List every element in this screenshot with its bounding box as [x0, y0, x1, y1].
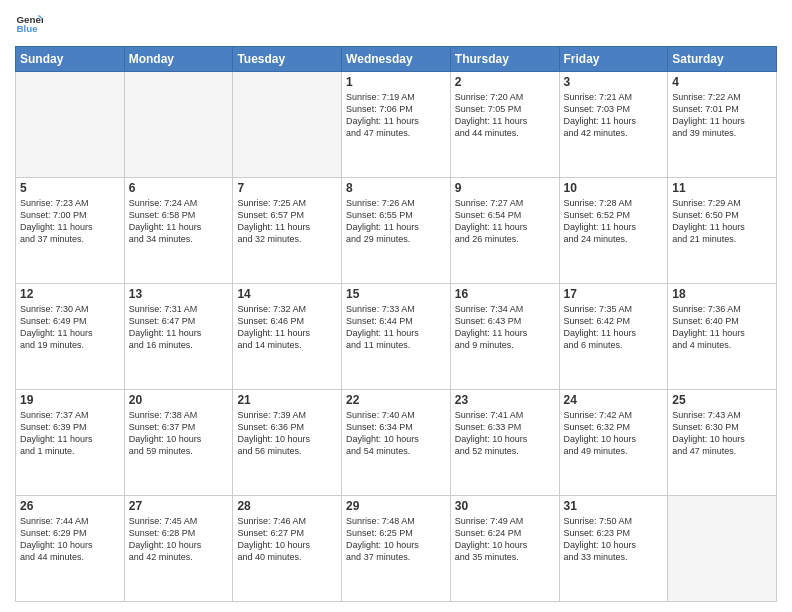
page: General Blue SundayMondayTuesdayWednesda…: [0, 0, 792, 612]
day-number: 10: [564, 181, 664, 195]
day-number: 21: [237, 393, 337, 407]
calendar-cell: 8Sunrise: 7:26 AM Sunset: 6:55 PM Daylig…: [342, 178, 451, 284]
cell-info: Sunrise: 7:26 AM Sunset: 6:55 PM Dayligh…: [346, 197, 446, 246]
cell-info: Sunrise: 7:24 AM Sunset: 6:58 PM Dayligh…: [129, 197, 229, 246]
calendar-cell: [124, 72, 233, 178]
calendar-cell: 14Sunrise: 7:32 AM Sunset: 6:46 PM Dayli…: [233, 284, 342, 390]
cell-info: Sunrise: 7:19 AM Sunset: 7:06 PM Dayligh…: [346, 91, 446, 140]
cell-info: Sunrise: 7:41 AM Sunset: 6:33 PM Dayligh…: [455, 409, 555, 458]
weekday-header: Friday: [559, 47, 668, 72]
day-number: 1: [346, 75, 446, 89]
calendar-cell: 1Sunrise: 7:19 AM Sunset: 7:06 PM Daylig…: [342, 72, 451, 178]
cell-info: Sunrise: 7:46 AM Sunset: 6:27 PM Dayligh…: [237, 515, 337, 564]
calendar-cell: [668, 496, 777, 602]
weekday-header: Monday: [124, 47, 233, 72]
calendar-cell: 4Sunrise: 7:22 AM Sunset: 7:01 PM Daylig…: [668, 72, 777, 178]
cell-info: Sunrise: 7:30 AM Sunset: 6:49 PM Dayligh…: [20, 303, 120, 352]
weekday-header: Sunday: [16, 47, 125, 72]
day-number: 17: [564, 287, 664, 301]
day-number: 6: [129, 181, 229, 195]
day-number: 14: [237, 287, 337, 301]
weekday-header: Tuesday: [233, 47, 342, 72]
day-number: 5: [20, 181, 120, 195]
day-number: 22: [346, 393, 446, 407]
calendar-cell: 15Sunrise: 7:33 AM Sunset: 6:44 PM Dayli…: [342, 284, 451, 390]
logo-icon: General Blue: [15, 10, 43, 38]
svg-text:Blue: Blue: [16, 23, 38, 34]
calendar-cell: 23Sunrise: 7:41 AM Sunset: 6:33 PM Dayli…: [450, 390, 559, 496]
day-number: 27: [129, 499, 229, 513]
cell-info: Sunrise: 7:43 AM Sunset: 6:30 PM Dayligh…: [672, 409, 772, 458]
day-number: 7: [237, 181, 337, 195]
cell-info: Sunrise: 7:50 AM Sunset: 6:23 PM Dayligh…: [564, 515, 664, 564]
calendar-cell: 26Sunrise: 7:44 AM Sunset: 6:29 PM Dayli…: [16, 496, 125, 602]
calendar-cell: 25Sunrise: 7:43 AM Sunset: 6:30 PM Dayli…: [668, 390, 777, 496]
cell-info: Sunrise: 7:20 AM Sunset: 7:05 PM Dayligh…: [455, 91, 555, 140]
calendar-week-row: 19Sunrise: 7:37 AM Sunset: 6:39 PM Dayli…: [16, 390, 777, 496]
calendar-cell: 7Sunrise: 7:25 AM Sunset: 6:57 PM Daylig…: [233, 178, 342, 284]
calendar-cell: [16, 72, 125, 178]
cell-info: Sunrise: 7:48 AM Sunset: 6:25 PM Dayligh…: [346, 515, 446, 564]
calendar-cell: 10Sunrise: 7:28 AM Sunset: 6:52 PM Dayli…: [559, 178, 668, 284]
calendar-week-row: 12Sunrise: 7:30 AM Sunset: 6:49 PM Dayli…: [16, 284, 777, 390]
cell-info: Sunrise: 7:34 AM Sunset: 6:43 PM Dayligh…: [455, 303, 555, 352]
cell-info: Sunrise: 7:29 AM Sunset: 6:50 PM Dayligh…: [672, 197, 772, 246]
cell-info: Sunrise: 7:45 AM Sunset: 6:28 PM Dayligh…: [129, 515, 229, 564]
cell-info: Sunrise: 7:37 AM Sunset: 6:39 PM Dayligh…: [20, 409, 120, 458]
calendar-cell: 5Sunrise: 7:23 AM Sunset: 7:00 PM Daylig…: [16, 178, 125, 284]
cell-info: Sunrise: 7:44 AM Sunset: 6:29 PM Dayligh…: [20, 515, 120, 564]
day-number: 3: [564, 75, 664, 89]
calendar-cell: 20Sunrise: 7:38 AM Sunset: 6:37 PM Dayli…: [124, 390, 233, 496]
day-number: 9: [455, 181, 555, 195]
cell-info: Sunrise: 7:32 AM Sunset: 6:46 PM Dayligh…: [237, 303, 337, 352]
day-number: 12: [20, 287, 120, 301]
cell-info: Sunrise: 7:38 AM Sunset: 6:37 PM Dayligh…: [129, 409, 229, 458]
cell-info: Sunrise: 7:39 AM Sunset: 6:36 PM Dayligh…: [237, 409, 337, 458]
day-number: 30: [455, 499, 555, 513]
cell-info: Sunrise: 7:28 AM Sunset: 6:52 PM Dayligh…: [564, 197, 664, 246]
calendar-cell: [233, 72, 342, 178]
calendar-header-row: SundayMondayTuesdayWednesdayThursdayFrid…: [16, 47, 777, 72]
calendar-cell: 17Sunrise: 7:35 AM Sunset: 6:42 PM Dayli…: [559, 284, 668, 390]
calendar-cell: 21Sunrise: 7:39 AM Sunset: 6:36 PM Dayli…: [233, 390, 342, 496]
calendar-cell: 28Sunrise: 7:46 AM Sunset: 6:27 PM Dayli…: [233, 496, 342, 602]
weekday-header: Thursday: [450, 47, 559, 72]
calendar-table: SundayMondayTuesdayWednesdayThursdayFrid…: [15, 46, 777, 602]
weekday-header: Saturday: [668, 47, 777, 72]
header: General Blue: [15, 10, 777, 38]
cell-info: Sunrise: 7:31 AM Sunset: 6:47 PM Dayligh…: [129, 303, 229, 352]
day-number: 31: [564, 499, 664, 513]
day-number: 19: [20, 393, 120, 407]
day-number: 28: [237, 499, 337, 513]
cell-info: Sunrise: 7:25 AM Sunset: 6:57 PM Dayligh…: [237, 197, 337, 246]
calendar-cell: 22Sunrise: 7:40 AM Sunset: 6:34 PM Dayli…: [342, 390, 451, 496]
calendar-cell: 2Sunrise: 7:20 AM Sunset: 7:05 PM Daylig…: [450, 72, 559, 178]
calendar-week-row: 1Sunrise: 7:19 AM Sunset: 7:06 PM Daylig…: [16, 72, 777, 178]
cell-info: Sunrise: 7:35 AM Sunset: 6:42 PM Dayligh…: [564, 303, 664, 352]
day-number: 23: [455, 393, 555, 407]
calendar-cell: 6Sunrise: 7:24 AM Sunset: 6:58 PM Daylig…: [124, 178, 233, 284]
calendar-week-row: 5Sunrise: 7:23 AM Sunset: 7:00 PM Daylig…: [16, 178, 777, 284]
day-number: 4: [672, 75, 772, 89]
cell-info: Sunrise: 7:33 AM Sunset: 6:44 PM Dayligh…: [346, 303, 446, 352]
cell-info: Sunrise: 7:36 AM Sunset: 6:40 PM Dayligh…: [672, 303, 772, 352]
cell-info: Sunrise: 7:40 AM Sunset: 6:34 PM Dayligh…: [346, 409, 446, 458]
calendar-week-row: 26Sunrise: 7:44 AM Sunset: 6:29 PM Dayli…: [16, 496, 777, 602]
day-number: 8: [346, 181, 446, 195]
day-number: 2: [455, 75, 555, 89]
calendar-cell: 27Sunrise: 7:45 AM Sunset: 6:28 PM Dayli…: [124, 496, 233, 602]
cell-info: Sunrise: 7:21 AM Sunset: 7:03 PM Dayligh…: [564, 91, 664, 140]
calendar-cell: 24Sunrise: 7:42 AM Sunset: 6:32 PM Dayli…: [559, 390, 668, 496]
calendar-cell: 9Sunrise: 7:27 AM Sunset: 6:54 PM Daylig…: [450, 178, 559, 284]
calendar-cell: 13Sunrise: 7:31 AM Sunset: 6:47 PM Dayli…: [124, 284, 233, 390]
day-number: 25: [672, 393, 772, 407]
calendar-cell: 31Sunrise: 7:50 AM Sunset: 6:23 PM Dayli…: [559, 496, 668, 602]
calendar-cell: 30Sunrise: 7:49 AM Sunset: 6:24 PM Dayli…: [450, 496, 559, 602]
day-number: 16: [455, 287, 555, 301]
day-number: 26: [20, 499, 120, 513]
day-number: 15: [346, 287, 446, 301]
cell-info: Sunrise: 7:27 AM Sunset: 6:54 PM Dayligh…: [455, 197, 555, 246]
calendar-cell: 3Sunrise: 7:21 AM Sunset: 7:03 PM Daylig…: [559, 72, 668, 178]
calendar-cell: 19Sunrise: 7:37 AM Sunset: 6:39 PM Dayli…: [16, 390, 125, 496]
calendar-cell: 12Sunrise: 7:30 AM Sunset: 6:49 PM Dayli…: [16, 284, 125, 390]
